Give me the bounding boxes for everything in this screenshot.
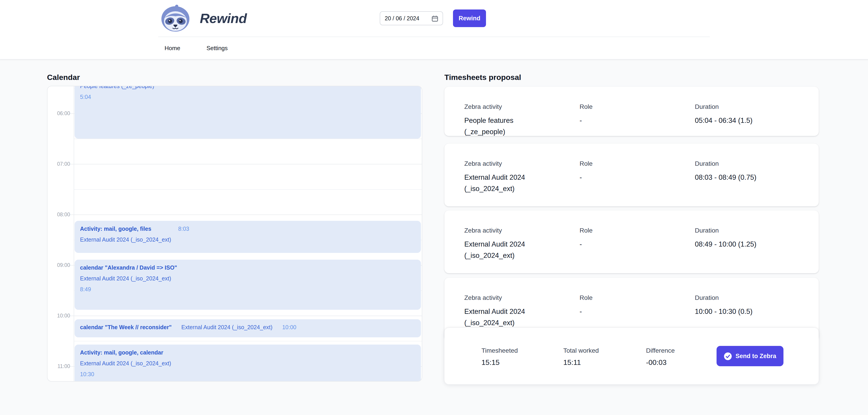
- role-value: -: [580, 172, 695, 183]
- activity-column-label: Zebra activity: [464, 293, 553, 302]
- timesheeted-value: 15:15: [482, 358, 563, 368]
- send-to-zebra-button[interactable]: Send to Zebra: [717, 346, 783, 366]
- role-column-label: Role: [580, 293, 695, 302]
- nav-settings-link[interactable]: Settings: [206, 44, 228, 51]
- event-title: calendar "The Week // reconsider": [80, 324, 172, 331]
- nav-home-link[interactable]: Home: [164, 44, 180, 51]
- activity-value: External Audit 2024 (_iso_2024_ext): [464, 238, 553, 261]
- hour-gridline: [69, 214, 422, 215]
- duration-value: 08:49 - 10:00 (1.25): [695, 238, 799, 250]
- role-value: -: [580, 306, 695, 317]
- rewind-button[interactable]: Rewind: [453, 9, 486, 27]
- activity-column-label: Zebra activity: [464, 102, 553, 111]
- date-input[interactable]: 20 / 06 / 2024: [380, 11, 443, 25]
- event-activity-mapping: External Audit 2024 (_iso_2024_ext): [80, 274, 415, 283]
- gutter-divider: [74, 86, 74, 381]
- event-activity-mapping: External Audit 2024 (_iso_2024_ext): [80, 359, 415, 368]
- duration-value: 08:03 - 08:49 (0.75): [695, 172, 799, 183]
- role-value: -: [580, 115, 695, 126]
- time-label: 11:00: [48, 362, 70, 370]
- duration-column-label: Duration: [695, 226, 799, 235]
- time-label: 09:00: [48, 262, 70, 269]
- halfhour-gridline: [74, 139, 422, 139]
- event-title: calendar "Alexandra / David => ISO": [80, 263, 415, 272]
- hour-gridline: [69, 164, 422, 164]
- event-start-time: 5:04: [80, 93, 415, 102]
- event-start-time: 10:00: [282, 324, 296, 331]
- send-button-label: Send to Zebra: [736, 353, 776, 359]
- activity-column-label: Zebra activity: [464, 159, 553, 168]
- event-title: Activity: mail, google, files: [80, 226, 151, 232]
- hour-gridline: [69, 316, 422, 316]
- duration-column-label: Duration: [695, 102, 799, 111]
- role-column-label: Role: [580, 102, 695, 111]
- role-column-label: Role: [580, 159, 695, 168]
- halfhour-gridline: [74, 341, 422, 341]
- rewind-app: Rewind 20 / 06 / 2024 Rewind Home: [0, 0, 868, 415]
- timesheet-card[interactable]: Zebra activity External Audit 2024 (_iso…: [444, 144, 819, 206]
- calendar-event[interactable]: calendar "Alexandra / David => ISO" Exte…: [74, 260, 421, 310]
- timesheets-heading: Timesheets proposal: [444, 73, 521, 82]
- check-circle-icon: [724, 352, 732, 360]
- event-title: Activity: mail, google, calendar: [80, 348, 415, 357]
- duration-value: 10:00 - 10:30 (0.5): [695, 306, 799, 317]
- calendar-icon: [432, 15, 438, 22]
- date-input-value: 20 / 06 / 2024: [385, 15, 419, 22]
- calendar-event[interactable]: Activity: mail, google, calendar Externa…: [74, 345, 421, 382]
- calendar-event[interactable]: calendar "The Week // reconsider" Extern…: [74, 319, 421, 337]
- total-worked-label: Total worked: [563, 346, 646, 355]
- calendar-heading: Calendar: [47, 73, 80, 82]
- event-activity-mapping: External Audit 2024 (_iso_2024_ext): [181, 324, 272, 331]
- sloth-logo-icon: [160, 4, 191, 32]
- event-activity-mapping: People features (_ze_people): [80, 86, 415, 91]
- total-worked-value: 15:11: [563, 358, 646, 368]
- duration-column-label: Duration: [695, 293, 799, 302]
- role-column-label: Role: [580, 226, 695, 235]
- timesheet-summary-bar: Timesheeted 15:15 Total worked 15:11 Dif…: [444, 328, 819, 384]
- activity-column-label: Zebra activity: [464, 226, 553, 235]
- event-start-time: 10:30: [80, 370, 415, 379]
- calendar-event[interactable]: People features (_ze_people) 5:04: [74, 86, 421, 139]
- activity-value: External Audit 2024 (_iso_2024_ext): [464, 172, 553, 194]
- main-nav: Home Settings: [158, 37, 710, 59]
- time-label: 06:00: [48, 110, 70, 117]
- duration-column-label: Duration: [695, 159, 799, 168]
- calendar-panel[interactable]: 06:00 07:00 08:00 09:00 10:00 11:00 Peop…: [47, 86, 422, 382]
- header-top-row: Rewind 20 / 06 / 2024 Rewind: [158, 0, 710, 37]
- timesheet-card[interactable]: Zebra activity People features (_ze_peop…: [444, 87, 819, 136]
- role-value: -: [580, 238, 695, 250]
- timesheet-card[interactable]: Zebra activity External Audit 2024 (_iso…: [444, 210, 819, 273]
- time-label: 08:00: [48, 211, 70, 218]
- app-title: Rewind: [200, 10, 247, 27]
- duration-value: 05:04 - 06:34 (1.5): [695, 115, 799, 126]
- halfhour-gridline: [74, 189, 422, 190]
- time-label: 07:00: [48, 160, 70, 168]
- timesheeted-label: Timesheeted: [482, 346, 563, 355]
- event-activity-mapping: External Audit 2024 (_iso_2024_ext): [80, 235, 415, 244]
- event-start-time: 8:03: [178, 226, 189, 232]
- calendar-event[interactable]: Activity: mail, google, files 8:03 Exter…: [74, 221, 421, 253]
- time-label: 10:00: [48, 312, 70, 319]
- activity-value: External Audit 2024 (_iso_2024_ext): [464, 306, 553, 328]
- activity-value: People features (_ze_people): [464, 115, 553, 137]
- event-start-time: 8:49: [80, 285, 415, 294]
- app-header: Rewind 20 / 06 / 2024 Rewind Home: [0, 0, 868, 60]
